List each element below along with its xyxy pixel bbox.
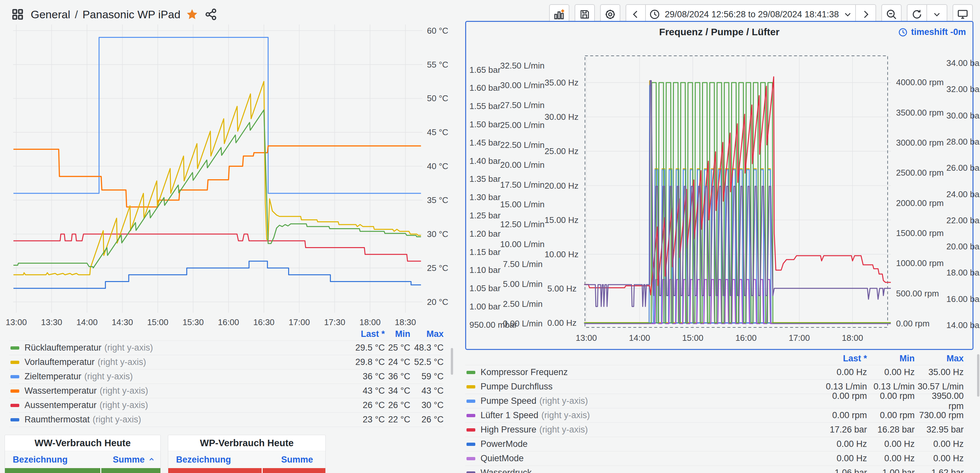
- table-cell-summe: [262, 468, 325, 473]
- legend-scrollbar[interactable]: [451, 348, 453, 375]
- table-column-bezeichnung[interactable]: Bezeichnung: [5, 455, 108, 465]
- y-axis-tick-rpm: 3500.00 rpm: [896, 108, 945, 117]
- y-axis-tick-barL: 1.50 bar: [469, 119, 500, 129]
- y-axis-tick-temp: 45 °C: [427, 127, 458, 137]
- series-high-pressure: [584, 77, 891, 295]
- legend-row[interactable]: Zieltemperatur(right y-axis)36 °C36 °C59…: [9, 369, 444, 384]
- series-axis-note: (right y-axis): [541, 410, 590, 421]
- series-label: Wasserdruck: [480, 468, 532, 473]
- y-axis-tick-temp: 35 °C: [427, 195, 458, 205]
- legend-row[interactable]: Wassertemperatur(right y-axis)43 °C34 °C…: [9, 384, 444, 398]
- y-axis-tick-barR: 18.00 bar: [947, 268, 972, 278]
- y-axis-tick-lmin: 7.50 L/min: [500, 259, 542, 269]
- series-color-swatch: [10, 346, 19, 349]
- legend-row[interactable]: Lüfter 1 Speed(right y-axis)0.00 rpm0.00…: [465, 408, 964, 422]
- max-value: 3950.00 rpm: [915, 391, 964, 411]
- x-axis-tick: 14:00: [67, 317, 107, 327]
- legend-row[interactable]: QuietMode0.00 Hz0.00 Hz0.00 Hz: [465, 451, 964, 465]
- max-value: 59 °C: [410, 371, 444, 382]
- ww-verbrauch-panel: WW-Verbrauch HeuteBezeichnungSumme: [5, 435, 161, 473]
- y-axis-tick-barL: 1.00 bar: [469, 302, 500, 311]
- y-axis-tick-barR: 14.00 bar: [947, 320, 972, 330]
- series-wasserdruck: [584, 81, 891, 306]
- y-axis-tick-barL: 1.10 bar: [469, 265, 500, 275]
- last-value: 0.00 rpm: [811, 391, 867, 411]
- min-value: 0.00 Hz: [867, 439, 915, 449]
- series-axis-note: (right y-axis): [98, 357, 146, 367]
- max-value: 30 °C: [410, 400, 444, 410]
- min-value: 22 °C: [385, 414, 410, 425]
- y-axis-tick-temp: 60 °C: [427, 26, 458, 36]
- table-panel-title: WP-Verbrauch Heute: [168, 435, 325, 451]
- series-axis-note: (right y-axis): [105, 343, 153, 353]
- legend-sort-min[interactable]: Min: [867, 354, 915, 363]
- table-row[interactable]: [5, 468, 161, 473]
- last-value: 0.00 Hz: [811, 367, 867, 377]
- y-axis-tick-barR: 34.00 bar: [947, 58, 972, 68]
- legend-row[interactable]: Wasserdruck1.06 bar1.00 bar1.62 bar: [465, 465, 964, 473]
- legend-row[interactable]: Aussentemperatur(right y-axis)26 °C26 °C…: [9, 398, 444, 412]
- y-axis-tick-lmin: 22.50 L/min: [500, 140, 542, 150]
- series-label: Vorlauftemperatur: [24, 357, 95, 367]
- y-axis-tick-barL: 1.35 bar: [469, 174, 500, 184]
- legend-row[interactable]: Vorlauftemperatur(right y-axis)29.8 °C24…: [9, 355, 444, 369]
- dashboard-title[interactable]: Panasonic WP iPad: [82, 8, 180, 21]
- series-axis-note: (right y-axis): [84, 371, 133, 382]
- legend-row[interactable]: High Pressure(right y-axis)17.26 bar16.2…: [465, 422, 964, 437]
- series-zieltemperatur: [13, 38, 421, 194]
- y-axis-tick-barL: 1.15 bar: [469, 247, 500, 257]
- legend-row[interactable]: Raumthermostat(right y-axis)23 °C22 °C26…: [9, 412, 444, 427]
- x-axis-tick: 13:30: [32, 317, 71, 327]
- x-axis-tick: 15:30: [173, 317, 213, 327]
- series-label: QuietMode: [480, 453, 523, 463]
- legend-sort-max[interactable]: Max: [410, 329, 444, 339]
- breadcrumb-section[interactable]: General: [31, 8, 70, 21]
- table-cell-bezeichnung: [5, 468, 100, 473]
- min-value: 36 °C: [385, 371, 410, 382]
- chevron-down-icon: [843, 10, 852, 19]
- max-value: 30.57 L/min: [915, 382, 964, 392]
- frequenz-chart[interactable]: 13:0014:0015:0016:0017:0018:001.65 bar1.…: [466, 22, 972, 349]
- last-value: 43 °C: [336, 386, 385, 396]
- plot-area[interactable]: [583, 55, 891, 329]
- legend-row[interactable]: Kompressor Frequenz0.00 Hz0.00 Hz35.00 H…: [465, 365, 964, 379]
- y-axis-tick-rpm: 1500.00 rpm: [896, 228, 945, 238]
- temperature-chart-panel[interactable]: 13:0013:3014:0014:3015:0015:3016:0016:30…: [0, 20, 477, 327]
- y-axis-tick-barR: 20.00 bar: [947, 241, 972, 251]
- table-panel-title: WW-Verbrauch Heute: [5, 435, 161, 451]
- legend-sort-last[interactable]: Last *: [811, 354, 867, 363]
- legend-sort-last[interactable]: Last *: [336, 329, 385, 339]
- y-axis-tick-lmin: 10.00 L/min: [500, 239, 542, 249]
- page-scrollbar[interactable]: [977, 354, 979, 397]
- y-axis-tick-lmin: 0.00 L/min: [500, 319, 542, 329]
- legend-row[interactable]: Rücklauftemperatur(right y-axis)29.5 °C2…: [9, 340, 444, 355]
- table-row[interactable]: [168, 468, 325, 473]
- y-axis-tick-lmin: 20.00 L/min: [500, 160, 542, 170]
- y-axis-tick-temp: 25 °C: [427, 263, 458, 273]
- series-color-swatch: [10, 375, 19, 378]
- table-column-summe[interactable]: Summe: [108, 455, 161, 465]
- y-axis-tick-lmin: 25.00 L/min: [500, 120, 542, 130]
- grafana-dashboard: General / Panasonic WP iPad: [0, 0, 980, 473]
- y-axis-tick-hz: 0.00 Hz: [544, 318, 577, 328]
- y-axis-tick-barL: 1.25 bar: [469, 211, 500, 221]
- legend-row[interactable]: Pumpe Speed(right y-axis)0.00 rpm0.00 rp…: [465, 394, 964, 408]
- x-axis-tick: 17:30: [315, 317, 354, 327]
- legend-sort-min[interactable]: Min: [385, 329, 410, 339]
- y-axis-tick-lmin: 12.50 L/min: [500, 219, 542, 229]
- series-axis-note: (right y-axis): [100, 386, 148, 396]
- y-axis-tick-lmin: 32.50 L/min: [500, 61, 542, 70]
- frequenz-pumpe-luefter-panel[interactable]: Frequenz / Pumpe / Lüfter timeshift -0m …: [465, 21, 974, 350]
- plot-area[interactable]: [13, 24, 422, 313]
- x-axis-tick: 16:00: [209, 317, 248, 327]
- legend-sort-max[interactable]: Max: [915, 354, 964, 363]
- series-r-cklauftemperatur: [13, 110, 421, 268]
- y-axis-tick-rpm: 500.00 rpm: [896, 289, 945, 298]
- series-color-swatch: [466, 428, 475, 432]
- table-column-bezeichnung[interactable]: Bezeichnung: [168, 455, 269, 465]
- legend-row[interactable]: PowerMode0.00 Hz0.00 Hz0.00 Hz: [465, 437, 964, 451]
- y-axis-tick-barR: 32.00 bar: [947, 84, 972, 94]
- y-axis-tick-barL: 950.00 mbar: [469, 320, 500, 330]
- table-column-summe[interactable]: Summe: [269, 455, 325, 465]
- y-axis-tick-lmin: 27.50 L/min: [500, 100, 542, 110]
